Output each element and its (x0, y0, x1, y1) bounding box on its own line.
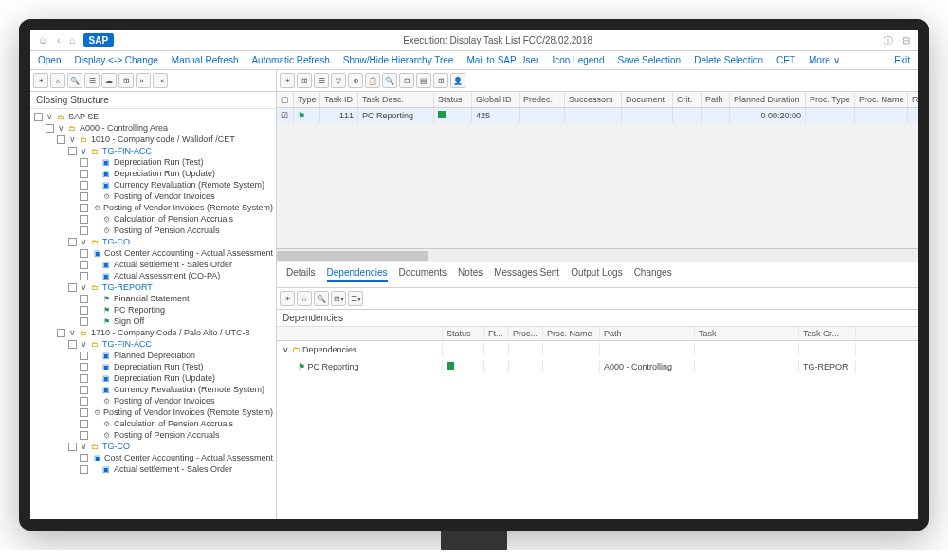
tab-output-logs[interactable]: Output Logs (571, 267, 622, 282)
col-resp-type[interactable]: Resp. Type (908, 92, 918, 107)
col-task-id[interactable]: Task ID (320, 92, 358, 107)
col-document[interactable]: Document (622, 92, 673, 107)
toolbar-btn[interactable]: ✶ (33, 73, 48, 88)
toolbar-btn[interactable]: ☰▾ (348, 291, 363, 306)
menu-delete-selection[interactable]: Delete Selection (694, 55, 763, 65)
tree-checkbox[interactable] (68, 283, 77, 292)
col-task-desc[interactable]: Task Desc. (358, 92, 434, 107)
tree-toggle-icon[interactable]: ∨ (57, 123, 64, 133)
toolbar-btn[interactable]: ⊕ (348, 73, 363, 88)
tree-node[interactable]: ▣Depreciation Run (Test) (30, 361, 276, 372)
tree-checkbox[interactable] (80, 204, 88, 212)
menu-save-selection[interactable]: Save Selection (617, 55, 681, 65)
tree-node[interactable]: ▣Cost Center Accounting - Actual Assessm… (30, 247, 276, 259)
toolbar-btn[interactable]: 🔍 (67, 73, 82, 88)
toolbar-btn[interactable]: ✶ (280, 73, 295, 88)
tree-toggle-icon[interactable]: ∨ (46, 112, 53, 121)
tree-checkbox[interactable] (68, 443, 77, 451)
tree-checkbox[interactable] (80, 374, 88, 383)
menu-hierarchy[interactable]: Show/Hide Hierarchy Tree (343, 55, 454, 65)
toolbar-btn[interactable]: 📋 (365, 73, 380, 88)
toolbar-btn[interactable]: ⊟ (399, 73, 414, 88)
back-icon[interactable]: ‹ (55, 35, 62, 45)
tree-toggle-icon[interactable]: ∨ (283, 345, 289, 354)
menu-open[interactable]: Open (38, 55, 61, 65)
tree-node[interactable]: ∨🗀1010 - Company code / Walldorf /CET (30, 134, 276, 145)
col-path[interactable]: Path (702, 92, 730, 107)
menu-auto-refresh[interactable]: Automatic Refresh (251, 55, 329, 65)
tree-checkbox[interactable] (80, 272, 88, 280)
toolbar-btn[interactable]: ☰ (314, 73, 329, 88)
tree-checkbox[interactable] (80, 192, 88, 201)
tree-node[interactable]: ▣Actual settlement - Sales Order (30, 259, 276, 270)
tree-checkbox[interactable] (80, 465, 88, 474)
grid-row[interactable]: ☑ ⚑ 111 PC Reporting 425 0 00:20:00 (277, 108, 918, 123)
tree-checkbox[interactable] (80, 306, 88, 315)
tree-checkbox[interactable] (80, 295, 88, 303)
tree-toggle-icon[interactable]: ∨ (80, 442, 87, 451)
close-icon[interactable]: ⊟ (901, 35, 912, 45)
deps-row[interactable]: ∨ 🗀 Dependencies (277, 341, 918, 358)
tree-node[interactable]: ⚑Financial Statement (30, 293, 276, 304)
deps-col-task-gr[interactable]: Task Gr... (799, 327, 856, 340)
tree-checkbox[interactable] (80, 420, 88, 428)
tree-node[interactable]: ▣Actual Assessment (CO-PA) (30, 270, 276, 281)
tree-node[interactable]: ⚑PC Reporting (30, 304, 276, 316)
user-icon[interactable]: ☺ (36, 35, 49, 45)
toolbar-btn[interactable]: ⊞ (118, 73, 134, 88)
toolbar-btn[interactable]: ▽ (331, 73, 346, 88)
toolbar-btn[interactable]: 🔍 (314, 291, 329, 306)
menu-cet[interactable]: CET (776, 55, 795, 65)
toolbar-btn[interactable]: ⊞▾ (331, 291, 346, 306)
tab-dependencies[interactable]: Dependencies (327, 267, 388, 282)
tree-checkbox[interactable] (80, 397, 88, 406)
tree-node[interactable]: ▣Cost Center Accounting - Actual Assessm… (30, 452, 276, 463)
tree-checkbox[interactable] (80, 249, 88, 258)
tree-node[interactable]: ∨🗀A000 - Controlling Area (30, 122, 276, 134)
tree-node[interactable]: ∨🗀TG-REPORT (30, 281, 276, 293)
tab-details[interactable]: Details (286, 267, 316, 282)
tree-node[interactable]: ▣Currency Revaluation (Remote System) (30, 179, 276, 190)
scrollbar-thumb[interactable] (277, 251, 428, 261)
tree-toggle-icon[interactable]: ∨ (80, 282, 87, 292)
help-icon[interactable]: ⓘ (882, 34, 895, 47)
toolbar-btn[interactable]: ☁ (101, 73, 117, 88)
tree-node[interactable]: ∨🗀TG-CO (30, 236, 276, 247)
tree-checkbox[interactable] (80, 215, 88, 224)
tree-node[interactable]: ▣Depreciation Run (Test) (30, 156, 276, 168)
toolbar-btn[interactable]: ⇤ (136, 73, 151, 88)
tree-node[interactable]: ▣Depreciation Run (Update) (30, 168, 276, 179)
col-global-id[interactable]: Global ID (472, 92, 520, 107)
deps-col-status[interactable]: Status (443, 327, 484, 340)
tree-checkbox[interactable] (80, 363, 88, 371)
col-successors[interactable]: Successors (565, 92, 622, 107)
tree-node[interactable]: ∨🗀TG-FIN-ACC (30, 145, 276, 156)
tree-node[interactable]: ▣Planned Depreciation (30, 350, 276, 361)
tab-documents[interactable]: Documents (399, 267, 447, 282)
tree-node[interactable]: ⚙Posting of Pension Accruals (30, 429, 276, 441)
col-planned-duration[interactable]: Planned Duration (730, 92, 806, 107)
toolbar-btn[interactable]: ⊞ (433, 73, 448, 88)
tree-node[interactable]: ⚙Posting of Vendor Invoices (30, 190, 276, 202)
deps-col-path[interactable]: Path (600, 327, 695, 340)
toolbar-btn[interactable]: 👤 (450, 73, 465, 88)
col-predec[interactable]: Predec. (520, 92, 565, 107)
col-crit[interactable]: Crit. (673, 92, 702, 107)
deps-col-task[interactable]: Task (695, 327, 799, 340)
tree-toggle-icon[interactable]: ∨ (68, 328, 76, 337)
toolbar-btn[interactable]: ⌂ (297, 291, 312, 306)
tree-checkbox[interactable] (57, 329, 65, 337)
tree-node[interactable]: ∨🗀1710 - Company Code / Palo Alto / UTC-… (30, 327, 276, 338)
toolbar-btn[interactable]: ✶ (280, 291, 295, 306)
tree-checkbox[interactable] (80, 386, 88, 394)
tree-checkbox[interactable] (68, 238, 77, 246)
toolbar-btn[interactable]: ⇥ (153, 73, 168, 88)
deps-col-proc-name[interactable]: Proc. Name (543, 327, 600, 340)
tree-toggle-icon[interactable]: ∨ (80, 237, 87, 246)
row-checkbox[interactable]: ☑ (281, 111, 288, 120)
tree-checkbox[interactable] (80, 431, 88, 440)
tree-toggle-icon[interactable]: ∨ (80, 339, 87, 349)
tree-node[interactable]: ⚙Posting of Vendor Invoices (30, 395, 276, 406)
tree-node[interactable]: ▣Currency Revaluation (Remote System) (30, 384, 276, 395)
closing-structure-tree[interactable]: ∨🗀SAP SE∨🗀A000 - Controlling Area∨🗀1010 … (30, 109, 276, 519)
